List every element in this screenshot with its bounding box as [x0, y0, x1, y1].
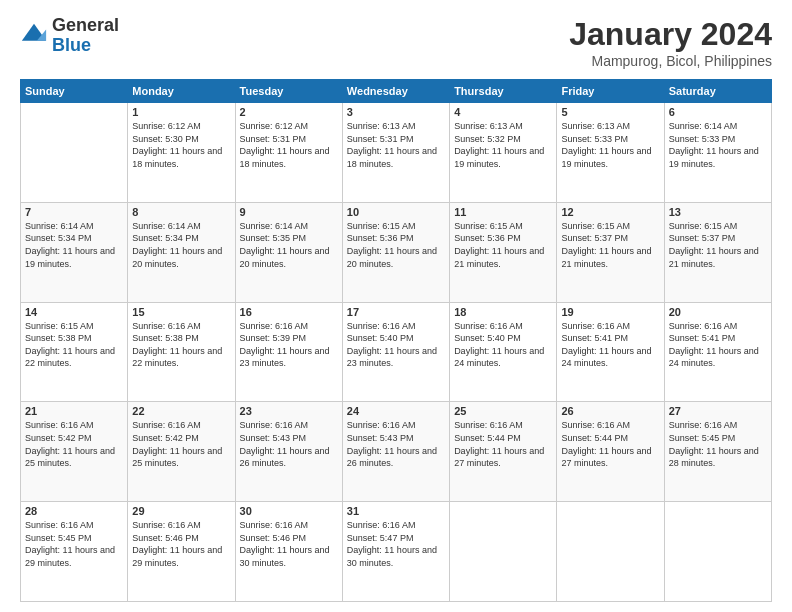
day-number: 11: [454, 206, 552, 218]
day-info: Sunrise: 6:15 AMSunset: 5:37 PMDaylight:…: [669, 220, 767, 270]
day-number: 6: [669, 106, 767, 118]
calendar-cell: 13Sunrise: 6:15 AMSunset: 5:37 PMDayligh…: [664, 202, 771, 302]
header: General Blue January 2024 Mampurog, Bico…: [20, 16, 772, 69]
day-info: Sunrise: 6:13 AMSunset: 5:31 PMDaylight:…: [347, 120, 445, 170]
day-number: 15: [132, 306, 230, 318]
day-info: Sunrise: 6:16 AMSunset: 5:42 PMDaylight:…: [132, 419, 230, 469]
day-number: 19: [561, 306, 659, 318]
day-number: 1: [132, 106, 230, 118]
day-info: Sunrise: 6:16 AMSunset: 5:39 PMDaylight:…: [240, 320, 338, 370]
day-info: Sunrise: 6:15 AMSunset: 5:38 PMDaylight:…: [25, 320, 123, 370]
weekday-header: Saturday: [664, 80, 771, 103]
calendar-week-row: 1Sunrise: 6:12 AMSunset: 5:30 PMDaylight…: [21, 103, 772, 203]
calendar-cell: 9Sunrise: 6:14 AMSunset: 5:35 PMDaylight…: [235, 202, 342, 302]
weekday-header: Thursday: [450, 80, 557, 103]
day-info: Sunrise: 6:12 AMSunset: 5:30 PMDaylight:…: [132, 120, 230, 170]
calendar-cell: 26Sunrise: 6:16 AMSunset: 5:44 PMDayligh…: [557, 402, 664, 502]
calendar-cell: 12Sunrise: 6:15 AMSunset: 5:37 PMDayligh…: [557, 202, 664, 302]
day-number: 26: [561, 405, 659, 417]
day-info: Sunrise: 6:16 AMSunset: 5:44 PMDaylight:…: [454, 419, 552, 469]
calendar-cell: [450, 502, 557, 602]
day-info: Sunrise: 6:14 AMSunset: 5:34 PMDaylight:…: [132, 220, 230, 270]
subtitle: Mampurog, Bicol, Philippines: [569, 53, 772, 69]
day-number: 7: [25, 206, 123, 218]
day-number: 24: [347, 405, 445, 417]
calendar-cell: 27Sunrise: 6:16 AMSunset: 5:45 PMDayligh…: [664, 402, 771, 502]
calendar-cell: 30Sunrise: 6:16 AMSunset: 5:46 PMDayligh…: [235, 502, 342, 602]
day-info: Sunrise: 6:16 AMSunset: 5:46 PMDaylight:…: [240, 519, 338, 569]
logo-line2: Blue: [52, 36, 119, 56]
calendar-cell: 20Sunrise: 6:16 AMSunset: 5:41 PMDayligh…: [664, 302, 771, 402]
calendar-cell: 23Sunrise: 6:16 AMSunset: 5:43 PMDayligh…: [235, 402, 342, 502]
day-info: Sunrise: 6:16 AMSunset: 5:38 PMDaylight:…: [132, 320, 230, 370]
weekday-header: Monday: [128, 80, 235, 103]
day-number: 30: [240, 505, 338, 517]
weekday-header: Sunday: [21, 80, 128, 103]
day-number: 31: [347, 505, 445, 517]
day-info: Sunrise: 6:15 AMSunset: 5:36 PMDaylight:…: [454, 220, 552, 270]
day-info: Sunrise: 6:12 AMSunset: 5:31 PMDaylight:…: [240, 120, 338, 170]
calendar-cell: 2Sunrise: 6:12 AMSunset: 5:31 PMDaylight…: [235, 103, 342, 203]
day-number: 9: [240, 206, 338, 218]
day-number: 14: [25, 306, 123, 318]
page: General Blue January 2024 Mampurog, Bico…: [0, 0, 792, 612]
day-info: Sunrise: 6:16 AMSunset: 5:45 PMDaylight:…: [669, 419, 767, 469]
day-info: Sunrise: 6:16 AMSunset: 5:43 PMDaylight:…: [347, 419, 445, 469]
calendar-cell: 28Sunrise: 6:16 AMSunset: 5:45 PMDayligh…: [21, 502, 128, 602]
calendar-cell: 7Sunrise: 6:14 AMSunset: 5:34 PMDaylight…: [21, 202, 128, 302]
weekday-header: Tuesday: [235, 80, 342, 103]
calendar-cell: 6Sunrise: 6:14 AMSunset: 5:33 PMDaylight…: [664, 103, 771, 203]
day-info: Sunrise: 6:16 AMSunset: 5:46 PMDaylight:…: [132, 519, 230, 569]
day-number: 27: [669, 405, 767, 417]
calendar-cell: 5Sunrise: 6:13 AMSunset: 5:33 PMDaylight…: [557, 103, 664, 203]
day-info: Sunrise: 6:14 AMSunset: 5:34 PMDaylight:…: [25, 220, 123, 270]
calendar-cell: [557, 502, 664, 602]
title-block: January 2024 Mampurog, Bicol, Philippine…: [569, 16, 772, 69]
calendar-week-row: 7Sunrise: 6:14 AMSunset: 5:34 PMDaylight…: [21, 202, 772, 302]
calendar-cell: [21, 103, 128, 203]
day-info: Sunrise: 6:13 AMSunset: 5:33 PMDaylight:…: [561, 120, 659, 170]
calendar-cell: 29Sunrise: 6:16 AMSunset: 5:46 PMDayligh…: [128, 502, 235, 602]
day-info: Sunrise: 6:16 AMSunset: 5:43 PMDaylight:…: [240, 419, 338, 469]
calendar-week-row: 21Sunrise: 6:16 AMSunset: 5:42 PMDayligh…: [21, 402, 772, 502]
day-number: 4: [454, 106, 552, 118]
day-info: Sunrise: 6:16 AMSunset: 5:40 PMDaylight:…: [347, 320, 445, 370]
day-info: Sunrise: 6:15 AMSunset: 5:36 PMDaylight:…: [347, 220, 445, 270]
calendar-table: SundayMondayTuesdayWednesdayThursdayFrid…: [20, 79, 772, 602]
day-info: Sunrise: 6:15 AMSunset: 5:37 PMDaylight:…: [561, 220, 659, 270]
day-number: 17: [347, 306, 445, 318]
calendar-cell: 10Sunrise: 6:15 AMSunset: 5:36 PMDayligh…: [342, 202, 449, 302]
calendar-cell: 15Sunrise: 6:16 AMSunset: 5:38 PMDayligh…: [128, 302, 235, 402]
day-number: 10: [347, 206, 445, 218]
day-number: 5: [561, 106, 659, 118]
day-info: Sunrise: 6:14 AMSunset: 5:33 PMDaylight:…: [669, 120, 767, 170]
weekday-header: Wednesday: [342, 80, 449, 103]
day-number: 13: [669, 206, 767, 218]
calendar-cell: 18Sunrise: 6:16 AMSunset: 5:40 PMDayligh…: [450, 302, 557, 402]
day-info: Sunrise: 6:13 AMSunset: 5:32 PMDaylight:…: [454, 120, 552, 170]
calendar-cell: 3Sunrise: 6:13 AMSunset: 5:31 PMDaylight…: [342, 103, 449, 203]
day-info: Sunrise: 6:16 AMSunset: 5:47 PMDaylight:…: [347, 519, 445, 569]
day-number: 3: [347, 106, 445, 118]
day-info: Sunrise: 6:16 AMSunset: 5:41 PMDaylight:…: [669, 320, 767, 370]
day-number: 20: [669, 306, 767, 318]
calendar-cell: 8Sunrise: 6:14 AMSunset: 5:34 PMDaylight…: [128, 202, 235, 302]
day-number: 23: [240, 405, 338, 417]
calendar-cell: 16Sunrise: 6:16 AMSunset: 5:39 PMDayligh…: [235, 302, 342, 402]
calendar-cell: 4Sunrise: 6:13 AMSunset: 5:32 PMDaylight…: [450, 103, 557, 203]
calendar-header-row: SundayMondayTuesdayWednesdayThursdayFrid…: [21, 80, 772, 103]
calendar-cell: 1Sunrise: 6:12 AMSunset: 5:30 PMDaylight…: [128, 103, 235, 203]
main-title: January 2024: [569, 16, 772, 53]
day-number: 29: [132, 505, 230, 517]
day-number: 25: [454, 405, 552, 417]
logo: General Blue: [20, 16, 119, 56]
day-info: Sunrise: 6:16 AMSunset: 5:41 PMDaylight:…: [561, 320, 659, 370]
logo-icon: [20, 22, 48, 50]
calendar-cell: 19Sunrise: 6:16 AMSunset: 5:41 PMDayligh…: [557, 302, 664, 402]
day-info: Sunrise: 6:16 AMSunset: 5:45 PMDaylight:…: [25, 519, 123, 569]
logo-line1: General: [52, 16, 119, 36]
day-number: 18: [454, 306, 552, 318]
day-number: 8: [132, 206, 230, 218]
calendar-cell: 22Sunrise: 6:16 AMSunset: 5:42 PMDayligh…: [128, 402, 235, 502]
calendar-week-row: 14Sunrise: 6:15 AMSunset: 5:38 PMDayligh…: [21, 302, 772, 402]
